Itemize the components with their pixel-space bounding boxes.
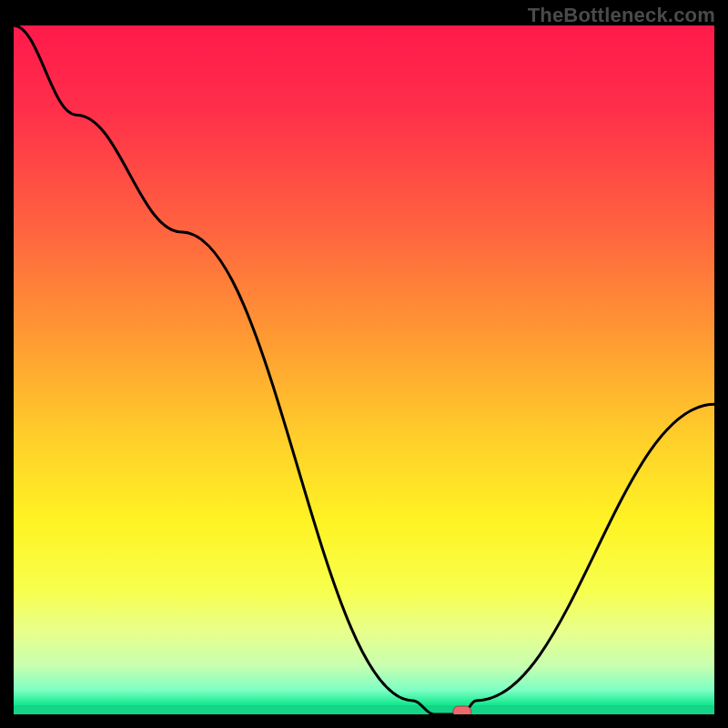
- bottleneck-chart: [14, 25, 714, 714]
- baseline-strip: [14, 705, 714, 714]
- optimal-point-marker: [453, 706, 471, 714]
- watermark-text: TheBottleneck.com: [528, 4, 715, 27]
- gradient-background: [14, 25, 714, 714]
- chart-frame: TheBottleneck.com: [0, 0, 728, 728]
- plot-area: [14, 25, 714, 714]
